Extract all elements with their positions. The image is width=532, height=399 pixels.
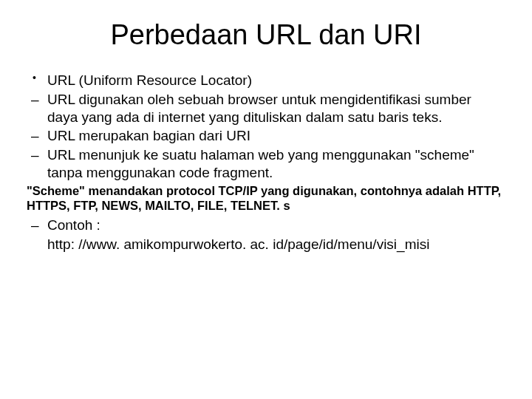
- bullet-url-heading: URL (Uniform Resource Locator): [27, 72, 505, 89]
- slide-title: Perbedaan URL dan URI: [27, 19, 505, 51]
- bullet-url-part-of-uri: URL merupakan bagian dari URI: [27, 127, 505, 145]
- slide-body: URL (Uniform Resource Locator) URL digun…: [27, 72, 505, 253]
- bullet-url-scheme: URL menunjuk ke suatu halaman web yang m…: [27, 146, 505, 182]
- example-url: http: //www. amikompurwokerto. ac. id/pa…: [47, 236, 505, 253]
- slide: Perbedaan URL dan URI URL (Uniform Resou…: [0, 0, 532, 399]
- bullet-url-usage: URL digunakan oleh sebuah browser untuk …: [27, 91, 505, 126]
- scheme-note: "Scheme" menandakan protocol TCP/IP yang…: [27, 183, 505, 214]
- bullet-example-label: Contoh :: [27, 216, 505, 234]
